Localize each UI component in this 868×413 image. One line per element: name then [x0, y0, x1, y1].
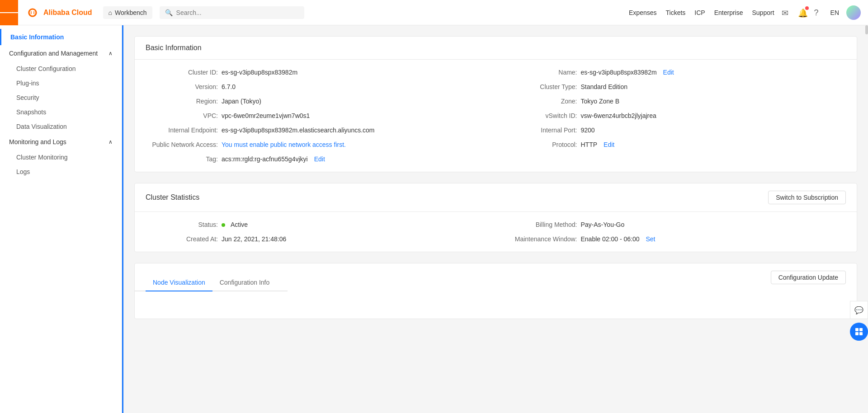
sidebar-item-logs[interactable]: Logs — [0, 164, 122, 179]
home-icon: ⌂ — [108, 9, 112, 16]
info-row-cluster-id: Cluster ID: es-sg-v3ip8up8spx83982m — [146, 69, 487, 76]
main-content: Basic Information Cluster ID: es-sg-v3ip… — [123, 25, 868, 413]
chevron-up-icon: ∧ — [108, 50, 113, 56]
status-value: Active — [231, 221, 248, 228]
nav-links: Expenses Tickets ICP Enterprise Support — [629, 9, 774, 16]
logo-text: Alibaba Cloud — [43, 9, 92, 17]
tab-node-visualization[interactable]: Node Visualization — [146, 274, 212, 291]
vpc-value: vpc-6we0mr2eume1vjwn7w0s1 — [222, 112, 310, 119]
nav-enterprise[interactable]: Enterprise — [714, 9, 743, 16]
bell-icon[interactable]: 🔔 — [798, 8, 807, 17]
info-row-vpc: VPC: vpc-6we0mr2eume1vjwn7w0s1 — [146, 112, 487, 119]
search-input[interactable] — [176, 9, 299, 16]
name-label: Name: — [505, 69, 577, 76]
status-dot — [222, 223, 225, 227]
vswitch-value: vsw-6wenz4urbcb2jlyjajrea — [581, 112, 656, 119]
info-col-right: Name: es-sg-v3ip8up8spx83982m Edit Clust… — [505, 69, 846, 163]
sidebar-item-plugins[interactable]: Plug-ins — [0, 76, 122, 90]
info-row-zone: Zone: Tokyo Zone B — [505, 98, 846, 105]
stats-row-created: Created At: Jun 22, 2021, 21:48:06 — [146, 235, 487, 243]
sidebar-group-config[interactable]: Configuration and Management ∧ — [0, 45, 122, 61]
logo: Alibaba Cloud — [25, 5, 92, 20]
stats-row-maintenance: Maintenance Window: Enable 02:00 - 06:00… — [505, 235, 846, 243]
chat-float-button[interactable]: 💬 — [850, 301, 868, 319]
info-row-vswitch: vSwitch ID: vsw-6wenz4urbcb2jlyjajrea — [505, 112, 846, 119]
tab-content — [135, 291, 857, 319]
internal-endpoint-value: es-sg-v3ip8up8spx83982m.elasticsearch.al… — [222, 127, 375, 134]
help-icon[interactable]: ? — [814, 8, 823, 17]
internal-endpoint-label: Internal Endpoint: — [146, 127, 218, 134]
cluster-id-value: es-sg-v3ip8up8spx83982m — [222, 69, 297, 76]
sidebar-item-data-viz[interactable]: Data Visualization — [0, 119, 122, 134]
sidebar-config-label: Configuration and Management — [9, 50, 98, 57]
cluster-stats-body: Status: Active Created At: Jun 22, 2021,… — [135, 212, 857, 252]
language-button[interactable]: EN — [830, 9, 839, 16]
basic-info-card: Basic Information Cluster ID: es-sg-v3ip… — [134, 36, 857, 172]
stats-row-status: Status: Active — [146, 221, 487, 228]
chevron-down-icon: ∧ — [108, 139, 113, 145]
svg-rect-1 — [855, 328, 859, 331]
sidebar-group-monitoring[interactable]: Monitoring and Logs ∧ — [0, 134, 122, 150]
sidebar-item-snapshots[interactable]: Snapshots — [0, 105, 122, 119]
maintenance-set-link[interactable]: Set — [646, 235, 656, 243]
info-row-tag: Tag: acs:rm:rgld:rg-acfnu655g4vjkyi Edit — [146, 155, 487, 163]
tabs-container: Node Visualization Configuration Info — [135, 274, 288, 291]
svg-rect-2 — [859, 328, 863, 331]
info-row-internal-port: Internal Port: 9200 — [505, 127, 846, 134]
sidebar-item-security[interactable]: Security — [0, 90, 122, 105]
search-icon: 🔍 — [165, 9, 173, 16]
hamburger-menu[interactable] — [0, 0, 18, 25]
stats-col-right: Billing Method: Pay-As-You-Go Maintenanc… — [505, 221, 846, 243]
user-avatar[interactable] — [846, 5, 861, 20]
created-label: Created At: — [146, 235, 218, 243]
status-label: Status: — [146, 221, 218, 228]
protocol-label: Protocol: — [505, 141, 577, 148]
right-float-buttons: 💬 — [850, 301, 868, 341]
notification-badge — [805, 6, 809, 10]
scrollbar-thumb[interactable] — [865, 25, 868, 34]
configuration-update-button[interactable]: Configuration Update — [771, 271, 846, 284]
nav-icons: ✉ 🔔 ? EN — [782, 5, 861, 20]
billing-label: Billing Method: — [505, 221, 577, 228]
stats-col-left: Status: Active Created At: Jun 22, 2021,… — [146, 221, 487, 243]
public-access-label: Public Network Access: — [146, 141, 218, 148]
sidebar-item-basic-info[interactable]: Basic Information — [0, 29, 122, 45]
public-access-link[interactable]: You must enable public network access fi… — [222, 141, 346, 148]
cluster-stats-card: Cluster Statistics Switch to Subscriptio… — [134, 183, 857, 252]
maintenance-label: Maintenance Window: — [505, 235, 577, 243]
tabs-header-row: Node Visualization Configuration Info Co… — [135, 263, 857, 291]
dashboard-float-button[interactable] — [850, 323, 868, 341]
workbench-button[interactable]: ⌂ Workbench — [103, 6, 152, 19]
top-nav: Alibaba Cloud ⌂ Workbench 🔍 Expenses Tic… — [0, 0, 868, 25]
info-row-region: Region: Japan (Tokyo) — [146, 98, 487, 105]
alibaba-cloud-logo-icon — [25, 5, 40, 20]
sidebar-item-cluster-monitoring[interactable]: Cluster Monitoring — [0, 150, 122, 164]
nav-tickets[interactable]: Tickets — [666, 9, 686, 16]
protocol-edit-link[interactable]: Edit — [604, 141, 614, 148]
info-row-cluster-type: Cluster Type: Standard Edition — [505, 83, 846, 90]
sidebar: Basic Information Configuration and Mana… — [0, 25, 122, 413]
name-edit-link[interactable]: Edit — [663, 69, 674, 76]
scrollbar[interactable] — [864, 25, 868, 413]
svg-rect-4 — [859, 332, 863, 335]
sidebar-active-indicator — [0, 29, 1, 45]
tab-configuration-info[interactable]: Configuration Info — [212, 274, 277, 291]
zone-label: Zone: — [505, 98, 577, 105]
created-value: Jun 22, 2021, 21:48:06 — [222, 235, 286, 243]
nav-support[interactable]: Support — [752, 9, 774, 16]
cluster-type-label: Cluster Type: — [505, 83, 577, 90]
sidebar-item-cluster-config[interactable]: Cluster Configuration — [0, 61, 122, 76]
nav-icp[interactable]: ICP — [694, 9, 705, 16]
internal-port-value: 9200 — [581, 127, 595, 134]
cluster-stats-title: Cluster Statistics — [146, 193, 199, 202]
region-value: Japan (Tokyo) — [222, 98, 261, 105]
search-box: 🔍 — [160, 6, 304, 19]
tag-edit-link[interactable]: Edit — [314, 155, 325, 163]
vswitch-label: vSwitch ID: — [505, 112, 577, 119]
info-row-internal-endpoint: Internal Endpoint: es-sg-v3ip8up8spx8398… — [146, 127, 487, 134]
info-row-name: Name: es-sg-v3ip8up8spx83982m Edit — [505, 69, 846, 76]
message-icon[interactable]: ✉ — [782, 8, 791, 17]
protocol-value: HTTP — [581, 141, 598, 148]
nav-expenses[interactable]: Expenses — [629, 9, 656, 16]
switch-to-subscription-button[interactable]: Switch to Subscription — [768, 191, 846, 204]
